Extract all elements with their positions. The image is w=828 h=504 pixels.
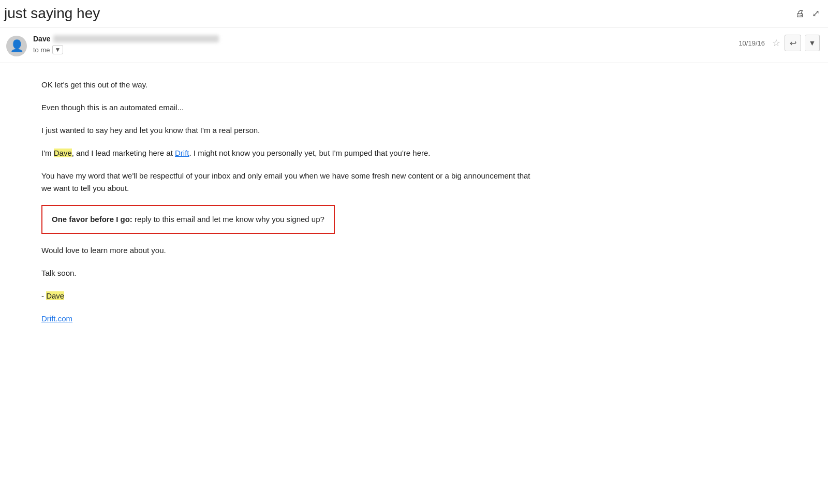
to-me-dropdown[interactable]: ▼ (52, 45, 64, 54)
print-icon[interactable]: 🖨 (795, 8, 805, 19)
star-icon[interactable]: ☆ (772, 37, 780, 49)
sender-name: Dave (33, 35, 50, 43)
cta-regular-text: reply to this email and let me know why … (132, 215, 324, 224)
para-2: Even though this is an automated email..… (41, 101, 538, 114)
sender-info: Dave to me ▼ (33, 35, 219, 54)
sender-name-row: Dave (33, 35, 219, 43)
signature: - Dave (41, 290, 538, 302)
para4-middle: , and I lead marketing here at (72, 149, 175, 157)
cta-box: One favor before I go: reply to this ema… (41, 205, 335, 234)
para-5: You have my word that we'll be respectfu… (41, 170, 538, 195)
para-4: I'm Dave, and I lead marketing here at D… (41, 147, 538, 159)
to-me-row: to me ▼ (33, 45, 219, 54)
popout-icon[interactable]: ⤢ (812, 8, 820, 19)
sender-section: 👤 Dave to me ▼ (6, 35, 219, 56)
reply-button[interactable]: ↩ (785, 35, 801, 51)
email-body: OK let's get this out of the way. Even t… (0, 63, 569, 356)
header-action-icons: ☆ ↩ ▼ (772, 35, 820, 51)
top-icons: 🖨 ⤢ (795, 8, 820, 19)
para4-suffix: . I might not know you personally yet, b… (189, 149, 431, 157)
person-icon: 👤 (10, 39, 24, 53)
sig-prefix: - (41, 291, 46, 300)
sig-name: Dave (46, 291, 64, 300)
cta-bold-text: One favor before I go: (52, 215, 132, 224)
drift-link-para: Drift.com (41, 313, 538, 325)
para-3: I just wanted to say hey and let you kno… (41, 124, 538, 137)
more-button[interactable]: ▼ (805, 35, 820, 51)
para4-dave-highlight: Dave (54, 149, 72, 157)
email-date: 10/19/16 (738, 39, 765, 47)
sender-email-blurred (53, 35, 219, 42)
para-6: Would love to learn more about you. (41, 244, 538, 257)
drift-link[interactable]: Drift (175, 149, 189, 157)
email-subject: just saying hey (4, 5, 100, 22)
cta-content: One favor before I go: reply to this ema… (52, 215, 324, 224)
para-1: OK let's get this out of the way. (41, 79, 538, 91)
email-header: 👤 Dave to me ▼ 10/19/16 ☆ ↩ ▼ (0, 27, 828, 63)
drift-website-link[interactable]: Drift.com (41, 314, 72, 323)
top-bar: just saying hey 🖨 ⤢ (0, 0, 828, 27)
to-label: to me (33, 46, 50, 54)
header-right: 10/19/16 ☆ ↩ ▼ (738, 35, 820, 51)
para-7: Talk soon. (41, 267, 538, 279)
avatar: 👤 (6, 36, 27, 56)
para4-prefix: I'm (41, 149, 54, 157)
